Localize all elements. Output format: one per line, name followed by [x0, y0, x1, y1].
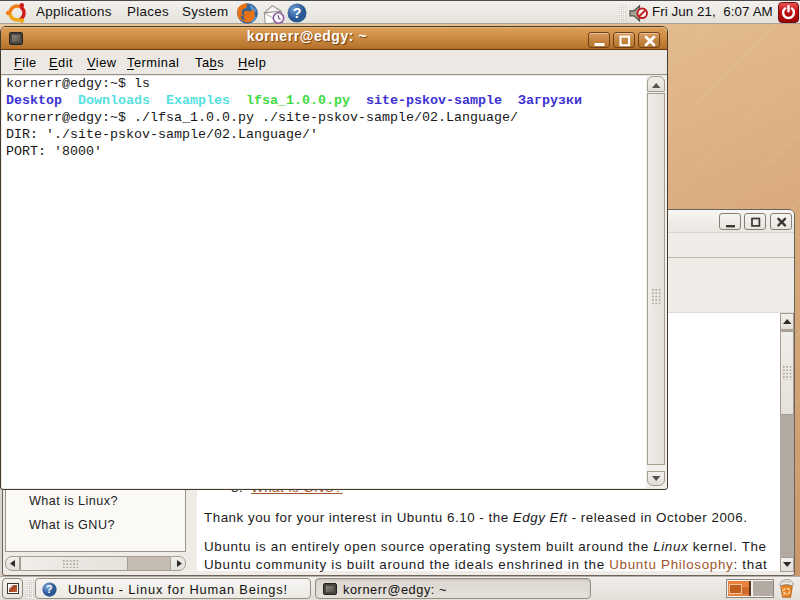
- svg-text:?: ?: [293, 5, 302, 21]
- svg-text:?: ?: [46, 583, 53, 595]
